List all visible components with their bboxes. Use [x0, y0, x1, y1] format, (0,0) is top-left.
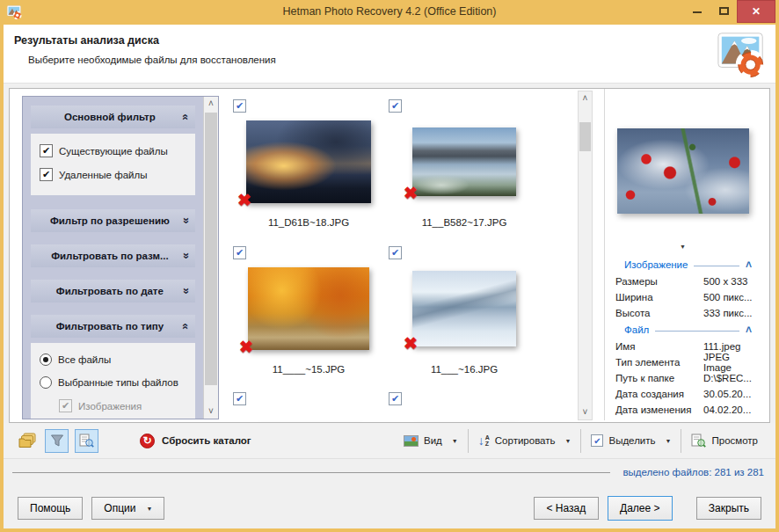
- check-icon: ✔: [391, 394, 399, 404]
- scroll-down-icon[interactable]: ˅: [579, 405, 592, 419]
- close-button[interactable]: ✕: [737, 0, 775, 23]
- check-icon: ✔: [391, 101, 399, 111]
- dropdown-arrow-icon: ▼: [146, 506, 152, 512]
- file-checkbox[interactable]: ✔: [233, 392, 246, 405]
- photo-thumbnail[interactable]: ✖: [412, 271, 516, 346]
- splitter-handle[interactable]: ▼: [605, 244, 761, 251]
- page-subtitle: Выберите необходимые файлы для восстанов…: [28, 55, 276, 65]
- grid-scrollbar[interactable]: ˄ ˅: [578, 91, 593, 420]
- thumbnail-area: ✖: [231, 118, 386, 206]
- property-row: Дата изменения 04.02.20...: [605, 402, 761, 418]
- thumbnail-area: ✖: [231, 265, 386, 353]
- maximize-icon: [719, 7, 729, 15]
- help-button[interactable]: Помощь: [18, 497, 83, 520]
- folders-button[interactable]: [15, 429, 39, 453]
- radio-all-files[interactable]: Все файлы: [40, 353, 186, 366]
- check-icon: ✔: [62, 401, 69, 411]
- chevron-down-icon: «: [180, 288, 189, 294]
- select-checkbox-icon: ✔: [591, 434, 603, 447]
- sort-button[interactable]: ↓ A Z Сортировать ▼: [472, 428, 578, 453]
- filter-section-type[interactable]: Фильтровать по типу «: [31, 315, 195, 338]
- preview-button[interactable]: Просмотр: [685, 428, 764, 453]
- radio-selected-icon: [40, 353, 52, 366]
- scroll-down-icon[interactable]: ˅: [204, 404, 218, 419]
- maximize-button[interactable]: [710, 0, 737, 21]
- filter-section-date[interactable]: Фильтровать по дате «: [31, 280, 195, 302]
- chevron-up-icon: «: [180, 113, 189, 120]
- sort-arrow-icon: ↓: [478, 434, 484, 447]
- preview-pane-icon: [79, 434, 94, 448]
- options-button[interactable]: Опции ▼: [91, 497, 164, 520]
- filter-toggle-button[interactable]: [45, 429, 69, 453]
- section-image[interactable]: Изображение ˄: [605, 256, 761, 273]
- select-label: Выделить: [608, 435, 655, 446]
- property-row: Путь к папке D:\$REC...: [605, 370, 761, 386]
- scroll-up-icon[interactable]: ˄: [579, 91, 592, 106]
- preview-toggle-button[interactable]: [75, 429, 98, 453]
- filter-type-options: Все файлы Выбранные типы файлов ✔ Изобра…: [31, 343, 195, 419]
- filter-section-size[interactable]: Фильтровать по разм... «: [31, 244, 195, 267]
- scrollbar-thumb[interactable]: [579, 122, 591, 151]
- letter-a: A: [485, 434, 490, 441]
- file-checkbox[interactable]: ✔: [233, 246, 246, 259]
- details-panel: ▼ Изображение ˄ Размеры 500 x 333 Ширина…: [604, 89, 761, 420]
- filter-option-deleted[interactable]: ✔ Удаленные файлы: [40, 168, 186, 181]
- photo-thumbnail[interactable]: ✖: [246, 120, 371, 203]
- dropdown-arrow-icon[interactable]: ▼: [666, 438, 672, 444]
- scrollbar-thumb[interactable]: [205, 113, 217, 385]
- file-checkbox[interactable]: ✔: [389, 392, 402, 405]
- select-button[interactable]: ✔ Выделить ▼: [585, 428, 677, 453]
- property-row: Высота 333 пикс...: [605, 305, 761, 321]
- checkbox-images[interactable]: ✔ Изображения: [40, 399, 186, 412]
- file-checkbox[interactable]: ✔: [389, 99, 402, 113]
- minimize-button[interactable]: [684, 0, 710, 21]
- reset-label: Сбросить каталог: [162, 435, 251, 446]
- scroll-up-icon[interactable]: ˄: [204, 97, 218, 111]
- check-icon: ✔: [236, 101, 244, 111]
- window-controls: ✕: [684, 0, 775, 23]
- sidebar-scrollbar[interactable]: ˄ ˅: [203, 97, 218, 419]
- next-button[interactable]: Далее >: [608, 496, 673, 521]
- property-row: Ширина 500 пикс...: [605, 289, 761, 305]
- back-label: < Назад: [546, 502, 586, 514]
- file-name: 11____~15.JPG: [231, 364, 386, 375]
- thumbnail-area: [387, 411, 542, 422]
- photo-thumbnail[interactable]: ✖: [412, 128, 516, 196]
- toolbar-separator: [468, 429, 469, 453]
- close-icon: ✕: [752, 5, 761, 18]
- close-label: Закрыть: [709, 502, 749, 514]
- wizard-header: Результаты анализа диска Выберите необхо…: [4, 25, 775, 84]
- file-grid: ✔ ✖ 11_D61B~18.JPG ✔ ✖ 11__: [226, 89, 578, 422]
- dropdown-arrow-icon[interactable]: ▼: [565, 438, 572, 444]
- filters-list: Основной фильтр « ✔ Существующие файлы ✔…: [23, 97, 203, 419]
- close-wizard-button[interactable]: Закрыть: [696, 497, 761, 520]
- filter-main-options: ✔ Существующие файлы ✔ Удаленные файлы: [31, 134, 195, 195]
- thumbnail-area: [231, 411, 386, 422]
- back-button[interactable]: < Назад: [534, 497, 599, 520]
- radio-selected-types[interactable]: Выбранные типы файлов: [40, 376, 186, 389]
- properties-list: Изображение ˄ Размеры 500 x 333 Ширина 5…: [605, 256, 761, 418]
- photo-thumbnail[interactable]: ✖: [248, 267, 369, 350]
- reset-icon: ↻: [140, 434, 155, 448]
- file-cell: ✔: [387, 392, 542, 422]
- dropdown-arrow-icon[interactable]: ▼: [452, 438, 458, 444]
- folders-icon: [18, 432, 37, 449]
- filter-section-resolution[interactable]: Фильтр по разрешению «: [31, 209, 195, 232]
- preview-label: Просмотр: [711, 435, 758, 446]
- section-file[interactable]: Файл ˄: [605, 321, 761, 339]
- filter-option-existing[interactable]: ✔ Существующие файлы: [40, 144, 186, 157]
- checkbox-disabled-checked: ✔: [59, 399, 72, 412]
- sort-letters: A Z: [485, 434, 490, 447]
- filter-section-main[interactable]: Основной фильтр «: [31, 106, 195, 128]
- reset-catalog-button[interactable]: ↻ Сбросить каталог: [140, 434, 251, 448]
- checkbox-checked: ✔: [40, 168, 53, 181]
- toolbar-separator: [681, 429, 681, 453]
- file-checkbox[interactable]: ✔: [389, 246, 402, 259]
- view-button[interactable]: Вид ▼: [397, 428, 464, 453]
- title-bar: Hetman Photo Recovery 4.2 (Office Editio…: [0, 0, 779, 25]
- app-window: Hetman Photo Recovery 4.2 (Office Editio…: [0, 0, 779, 532]
- deleted-mark-icon: ✖: [404, 183, 418, 203]
- help-label: Помощь: [30, 502, 70, 514]
- check-icon: ✔: [391, 248, 399, 258]
- file-checkbox[interactable]: ✔: [233, 99, 246, 113]
